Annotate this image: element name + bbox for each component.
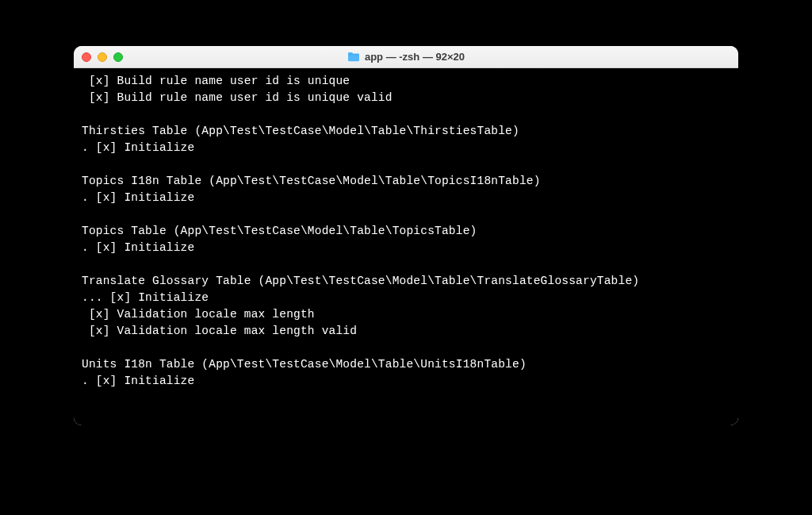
folder-icon: [347, 52, 360, 62]
close-button[interactable]: [82, 52, 91, 62]
zoom-button[interactable]: [113, 52, 123, 62]
minimize-button[interactable]: [98, 52, 107, 62]
traffic-lights: [82, 52, 123, 62]
window-title-group: app — -zsh — 92×20: [74, 51, 738, 63]
window-titlebar[interactable]: app — -zsh — 92×20: [74, 46, 738, 68]
terminal-output[interactable]: [x] Build rule name user id is unique [x…: [74, 68, 738, 425]
terminal-window: app — -zsh — 92×20 [x] Build rule name u…: [74, 46, 738, 425]
window-title: app — -zsh — 92×20: [365, 51, 465, 63]
